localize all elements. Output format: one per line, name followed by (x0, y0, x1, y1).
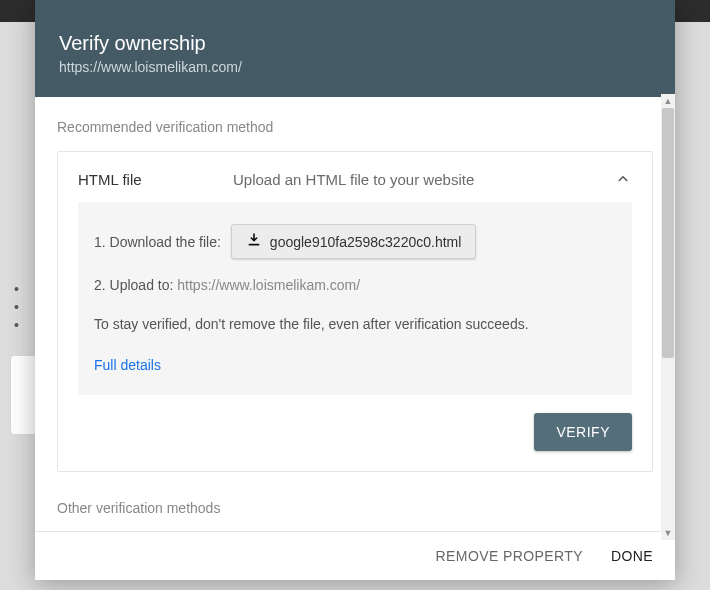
step-1-label: 1. Download the file: (94, 234, 221, 250)
remove-property-button[interactable]: REMOVE PROPERTY (436, 548, 583, 564)
download-file-button[interactable]: google910fa2598c3220c0.html (231, 224, 477, 259)
download-filename: google910fa2598c3220c0.html (270, 234, 462, 250)
full-details-link[interactable]: Full details (94, 357, 161, 373)
verify-button[interactable]: VERIFY (534, 413, 632, 451)
method-name: HTML file (78, 171, 233, 188)
verify-ownership-dialog: Verify ownership https://www.loismelikam… (35, 0, 675, 580)
method-content: 1. Download the file: google910fa2598c32… (78, 202, 632, 395)
step-1-row: 1. Download the file: google910fa2598c32… (94, 224, 616, 259)
method-header[interactable]: HTML file Upload an HTML file to your we… (58, 152, 652, 202)
done-button[interactable]: DONE (611, 548, 653, 564)
verify-button-row: VERIFY (58, 413, 652, 471)
dialog-site-url: https://www.loismelikam.com/ (59, 59, 651, 75)
recommended-section-label: Recommended verification method (57, 119, 653, 135)
step-2-prefix: 2. Upload to: (94, 277, 177, 293)
chevron-up-icon (614, 170, 632, 188)
step-2-row: 2. Upload to: https://www.loismelikam.co… (94, 277, 616, 293)
html-file-method-card: HTML file Upload an HTML file to your we… (57, 151, 653, 472)
download-icon (246, 232, 262, 251)
dialog-title: Verify ownership (59, 32, 651, 55)
persist-note: To stay verified, don't remove the file,… (94, 315, 616, 335)
other-methods-label: Other verification methods (57, 500, 653, 516)
dialog-body: Recommended verification method HTML fil… (35, 97, 675, 531)
method-description: Upload an HTML file to your website (233, 171, 614, 188)
dialog-header: Verify ownership https://www.loismelikam… (35, 0, 675, 97)
step-2-url: https://www.loismelikam.com/ (177, 277, 360, 293)
background-list-markers: ••• (14, 280, 19, 334)
dialog-footer: REMOVE PROPERTY DONE (35, 531, 675, 580)
